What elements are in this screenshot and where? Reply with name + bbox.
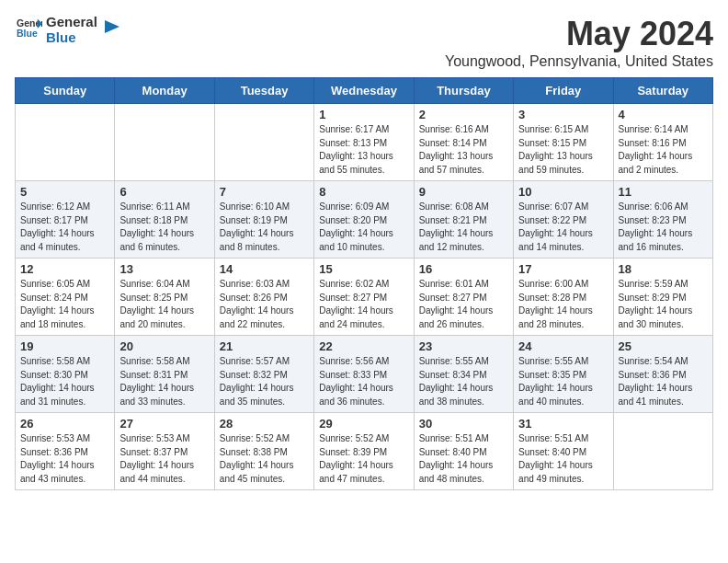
logo: General Blue General Blue [15,15,119,45]
day-number: 27 [119,417,209,431]
calendar-cell: 31Sunrise: 5:51 AM Sunset: 8:40 PM Dayli… [514,413,613,490]
calendar-cell: 9Sunrise: 6:08 AM Sunset: 8:21 PM Daylig… [414,181,513,259]
calendar-table: SundayMondayTuesdayWednesdayThursdayFrid… [15,77,713,490]
calendar-cell: 11Sunrise: 6:06 AM Sunset: 8:23 PM Dayli… [613,181,712,259]
calendar-cell: 22Sunrise: 5:56 AM Sunset: 8:33 PM Dayli… [314,336,414,413]
calendar-cell: 1Sunrise: 6:17 AM Sunset: 8:13 PM Daylig… [314,104,414,181]
calendar-cell: 25Sunrise: 5:54 AM Sunset: 8:36 PM Dayli… [613,336,712,413]
day-number: 8 [319,185,408,199]
day-info: Sunrise: 5:53 AM Sunset: 8:37 PM Dayligh… [119,432,209,486]
day-number: 23 [419,339,508,353]
calendar-week-row: 12Sunrise: 6:05 AM Sunset: 8:24 PM Dayli… [16,259,713,336]
day-number: 20 [119,339,209,353]
day-number: 16 [419,262,508,276]
calendar-cell: 13Sunrise: 6:04 AM Sunset: 8:25 PM Dayli… [115,259,214,336]
day-info: Sunrise: 6:04 AM Sunset: 8:25 PM Dayligh… [119,278,209,331]
day-number: 14 [220,262,309,276]
day-number: 25 [619,339,708,353]
calendar-cell: 26Sunrise: 5:53 AM Sunset: 8:36 PM Dayli… [16,413,115,490]
day-number: 30 [419,417,508,431]
calendar-cell: 15Sunrise: 6:02 AM Sunset: 8:27 PM Dayli… [314,259,414,336]
day-number: 12 [20,262,109,276]
day-number: 29 [319,417,408,431]
day-info: Sunrise: 6:15 AM Sunset: 8:15 PM Dayligh… [518,123,608,177]
day-info: Sunrise: 5:54 AM Sunset: 8:36 PM Dayligh… [619,355,708,408]
calendar-cell [214,104,313,181]
day-info: Sunrise: 5:53 AM Sunset: 8:36 PM Dayligh… [20,432,109,486]
logo-blue: Blue [46,30,97,46]
calendar-cell [16,104,115,181]
calendar-header-saturday: Saturday [613,78,712,104]
svg-marker-3 [105,20,119,33]
day-info: Sunrise: 5:59 AM Sunset: 8:29 PM Dayligh… [619,278,708,331]
day-info: Sunrise: 6:09 AM Sunset: 8:20 PM Dayligh… [319,201,408,254]
calendar-header-friday: Friday [514,78,613,104]
calendar-cell: 8Sunrise: 6:09 AM Sunset: 8:20 PM Daylig… [314,181,414,259]
day-info: Sunrise: 6:06 AM Sunset: 8:23 PM Dayligh… [619,201,708,254]
calendar-cell: 12Sunrise: 6:05 AM Sunset: 8:24 PM Dayli… [16,259,115,336]
day-info: Sunrise: 5:55 AM Sunset: 8:34 PM Dayligh… [419,355,508,408]
location: Youngwood, Pennsylvania, United States [445,53,713,70]
day-number: 13 [119,262,209,276]
day-info: Sunrise: 6:11 AM Sunset: 8:18 PM Dayligh… [119,201,209,254]
day-info: Sunrise: 6:10 AM Sunset: 8:19 PM Dayligh… [220,201,309,254]
calendar-cell: 14Sunrise: 6:03 AM Sunset: 8:26 PM Dayli… [214,259,313,336]
day-number: 21 [220,339,309,353]
calendar-header-row: SundayMondayTuesdayWednesdayThursdayFrid… [16,78,713,104]
day-number: 2 [419,108,508,121]
day-number: 18 [619,262,708,276]
day-info: Sunrise: 6:12 AM Sunset: 8:17 PM Dayligh… [20,201,109,254]
day-number: 31 [518,417,608,431]
day-number: 5 [20,185,109,199]
day-number: 17 [518,262,608,276]
calendar-cell: 3Sunrise: 6:15 AM Sunset: 8:15 PM Daylig… [514,104,613,181]
day-number: 15 [319,262,408,276]
calendar-cell: 7Sunrise: 6:10 AM Sunset: 8:19 PM Daylig… [214,181,313,259]
calendar-cell: 4Sunrise: 6:14 AM Sunset: 8:16 PM Daylig… [613,104,712,181]
calendar-header-tuesday: Tuesday [214,78,313,104]
logo-arrow-icon [99,17,119,37]
calendar-header-monday: Monday [115,78,214,104]
day-info: Sunrise: 6:07 AM Sunset: 8:22 PM Dayligh… [518,201,608,254]
day-number: 22 [319,339,408,353]
day-number: 26 [20,417,109,431]
day-number: 10 [518,185,608,199]
calendar-cell: 17Sunrise: 6:00 AM Sunset: 8:28 PM Dayli… [514,259,613,336]
calendar-cell: 27Sunrise: 5:53 AM Sunset: 8:37 PM Dayli… [115,413,214,490]
day-info: Sunrise: 6:02 AM Sunset: 8:27 PM Dayligh… [319,278,408,331]
logo-icon: General Blue [17,16,42,41]
day-info: Sunrise: 5:51 AM Sunset: 8:40 PM Dayligh… [419,432,508,486]
calendar-header-thursday: Thursday [414,78,513,104]
calendar-cell: 2Sunrise: 6:16 AM Sunset: 8:14 PM Daylig… [414,104,513,181]
calendar-cell: 23Sunrise: 5:55 AM Sunset: 8:34 PM Dayli… [414,336,513,413]
day-number: 7 [220,185,309,199]
day-number: 3 [518,108,608,121]
day-info: Sunrise: 5:56 AM Sunset: 8:33 PM Dayligh… [319,355,408,408]
calendar-cell: 19Sunrise: 5:58 AM Sunset: 8:30 PM Dayli… [16,336,115,413]
day-info: Sunrise: 5:52 AM Sunset: 8:39 PM Dayligh… [319,432,408,486]
calendar-cell: 30Sunrise: 5:51 AM Sunset: 8:40 PM Dayli… [414,413,513,490]
day-number: 4 [619,108,708,121]
day-number: 28 [220,417,309,431]
day-info: Sunrise: 5:51 AM Sunset: 8:40 PM Dayligh… [518,432,608,486]
day-info: Sunrise: 5:55 AM Sunset: 8:35 PM Dayligh… [518,355,608,408]
day-info: Sunrise: 6:01 AM Sunset: 8:27 PM Dayligh… [419,278,508,331]
day-number: 24 [518,339,608,353]
page-header: General Blue General Blue May 2024 Young… [15,15,713,70]
day-info: Sunrise: 5:52 AM Sunset: 8:38 PM Dayligh… [220,432,309,486]
day-info: Sunrise: 5:58 AM Sunset: 8:30 PM Dayligh… [20,355,109,408]
calendar-cell: 16Sunrise: 6:01 AM Sunset: 8:27 PM Dayli… [414,259,513,336]
day-info: Sunrise: 6:16 AM Sunset: 8:14 PM Dayligh… [419,123,508,177]
calendar-cell: 29Sunrise: 5:52 AM Sunset: 8:39 PM Dayli… [314,413,414,490]
day-number: 11 [619,185,708,199]
day-info: Sunrise: 6:03 AM Sunset: 8:26 PM Dayligh… [220,278,309,331]
day-info: Sunrise: 5:58 AM Sunset: 8:31 PM Dayligh… [119,355,209,408]
day-info: Sunrise: 6:00 AM Sunset: 8:28 PM Dayligh… [518,278,608,331]
calendar-cell: 21Sunrise: 5:57 AM Sunset: 8:32 PM Dayli… [214,336,313,413]
day-number: 6 [119,185,209,199]
day-info: Sunrise: 6:08 AM Sunset: 8:21 PM Dayligh… [419,201,508,254]
calendar-cell [613,413,712,490]
day-number: 19 [20,339,109,353]
calendar-cell: 18Sunrise: 5:59 AM Sunset: 8:29 PM Dayli… [613,259,712,336]
day-number: 9 [419,185,508,199]
